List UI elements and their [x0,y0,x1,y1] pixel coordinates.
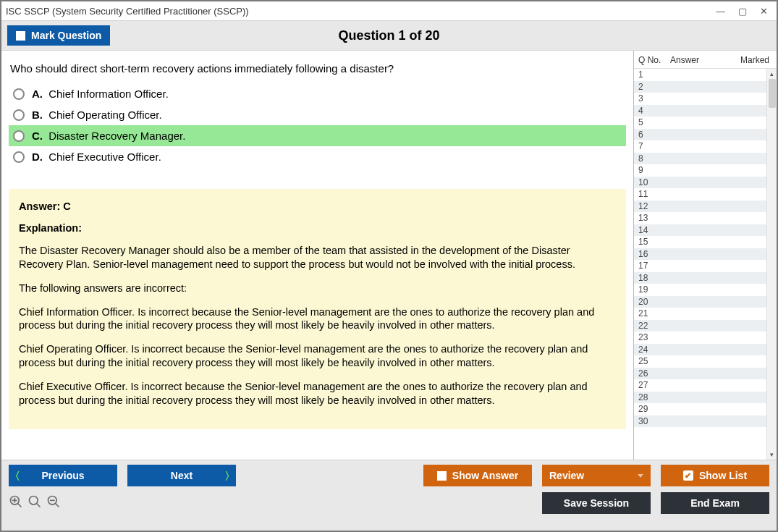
dropdown-icon [638,474,643,478]
col-qno: Q No. [638,55,670,65]
end-exam-label: End Exam [690,497,740,509]
main-panel: Who should direct short-term recovery ac… [1,51,633,460]
mark-checkbox-icon [16,31,25,41]
previous-label: Previous [41,470,84,481]
footer-row-1: 〈 Previous Next 〉 Show Answer Review ✔ S… [9,465,769,486]
question-list-row[interactable]: 6 [634,129,766,141]
app-window: ISC SSCP (System Security Certified Prac… [0,0,778,532]
question-list-row[interactable]: 24 [634,344,766,356]
svg-line-5 [37,503,41,507]
question-list-row[interactable]: 7 [634,140,766,153]
question-list-row[interactable]: 11 [634,188,766,200]
question-list-row[interactable]: 13 [634,212,766,224]
explanation-paragraph: Chief Executive Officer. Is incorrect be… [19,380,616,408]
end-exam-button[interactable]: End Exam [661,492,769,514]
radio-icon [13,109,25,121]
svg-point-4 [30,496,38,504]
option-text: A. Chief Information Officer. [32,88,169,100]
option-row-A[interactable]: A. Chief Information Officer. [9,83,626,104]
question-list-row[interactable]: 14 [634,224,766,237]
question-list-row[interactable]: 15 [634,236,766,248]
question-list-row[interactable]: 17 [634,260,766,272]
col-marked: Marked [733,55,774,65]
question-list-row[interactable]: 10 [634,177,766,189]
explanation-paragraph: The Disaster Recovery Manager should als… [19,244,616,271]
footer-row-2: Save Session End Exam [9,492,769,514]
zoom-controls [9,494,61,512]
question-list-row[interactable]: 12 [634,200,766,213]
question-list-row[interactable]: 4 [634,105,766,117]
show-answer-label: Show Answer [452,470,518,481]
save-session-label: Save Session [564,497,629,509]
question-list-row[interactable]: 30 [634,415,766,428]
option-text: D. Chief Executive Officer. [32,151,161,163]
question-list-row[interactable]: 5 [634,117,766,129]
minimize-icon[interactable]: — [716,6,725,17]
show-answer-button[interactable]: Show Answer [423,465,532,486]
window-title: ISC SSCP (System Security Certified Prac… [6,6,716,17]
question-list-row[interactable]: 3 [634,93,766,105]
show-answer-checkbox-icon [437,471,447,481]
question-list-row[interactable]: 2 [634,81,766,93]
question-list-row[interactable]: 8 [634,153,766,165]
answer-panel: Answer: C Explanation: The Disaster Reco… [9,189,626,429]
explanation-paragraph: Chief Information Officer. Is incorrect … [19,305,616,333]
previous-button[interactable]: 〈 Previous [9,465,117,486]
col-answer: Answer [670,55,733,65]
explanation-body: The Disaster Recovery Manager should als… [19,244,616,408]
option-text: C. Disaster Recovery Manager. [32,130,185,142]
option-row-D[interactable]: D. Chief Executive Officer. [9,146,626,167]
question-counter-header: Question 1 of 20 [338,28,439,43]
close-icon[interactable]: ✕ [760,6,768,17]
show-list-label: Show List [699,470,747,481]
question-list-row[interactable]: 27 [634,379,766,392]
scroll-thumb[interactable] [769,79,776,108]
question-list-row[interactable]: 29 [634,403,766,415]
mark-question-label: Mark Question [31,30,101,41]
question-text: Who should direct short-term recovery ac… [9,58,626,83]
scroll-up-icon[interactable]: ▴ [767,69,777,79]
question-list-row[interactable]: 26 [634,368,766,380]
option-row-B[interactable]: B. Chief Operating Officer. [9,104,626,125]
question-list-row[interactable]: 9 [634,164,766,177]
next-button[interactable]: Next 〉 [127,465,236,486]
footer: 〈 Previous Next 〉 Show Answer Review ✔ S… [1,460,777,531]
question-list[interactable]: 1234567891011121314151617181920212223242… [634,69,766,460]
question-list-row[interactable]: 18 [634,272,766,284]
maximize-icon[interactable]: ▢ [738,6,747,17]
scrollbar[interactable]: ▴ ▾ [766,69,777,460]
zoom-out-icon[interactable] [46,494,61,512]
question-list-row[interactable]: 25 [634,355,766,368]
review-button[interactable]: Review [542,465,651,486]
explanation-paragraph: Chief Operating Officer. Is incorrect be… [19,342,616,370]
question-list-wrap: 1234567891011121314151617181920212223242… [634,69,777,460]
scroll-down-icon[interactable]: ▾ [767,449,777,460]
question-list-row[interactable]: 20 [634,296,766,308]
question-list-row[interactable]: 1 [634,69,766,81]
show-list-check-icon: ✔ [683,470,693,481]
zoom-reset-icon[interactable] [28,494,42,512]
svg-line-7 [56,503,59,507]
question-list-row[interactable]: 19 [634,284,766,296]
question-list-row[interactable]: 28 [634,392,766,404]
radio-icon [13,130,25,142]
question-list-row[interactable]: 22 [634,320,766,332]
question-list-row[interactable]: 21 [634,308,766,320]
mark-question-button[interactable]: Mark Question [7,25,110,46]
chevron-right-icon: 〉 [226,470,229,481]
radio-icon [13,88,25,100]
save-session-button[interactable]: Save Session [542,492,651,514]
option-text: B. Chief Operating Officer. [32,109,162,121]
question-list-row[interactable]: 16 [634,248,766,261]
zoom-in-icon[interactable] [9,494,23,512]
question-list-row[interactable]: 23 [634,332,766,344]
next-label: Next [171,470,193,481]
question-list-header: Q No. Answer Marked [634,51,777,69]
question-list-panel: Q No. Answer Marked 12345678910111213141… [633,51,777,460]
show-list-button[interactable]: ✔ Show List [661,465,769,486]
radio-icon [13,151,25,163]
title-bar: ISC SSCP (System Security Certified Prac… [1,1,777,20]
chevron-left-icon: 〈 [16,470,19,481]
option-row-C[interactable]: C. Disaster Recovery Manager. [9,125,626,146]
explanation-paragraph: The following answers are incorrect: [19,282,616,295]
